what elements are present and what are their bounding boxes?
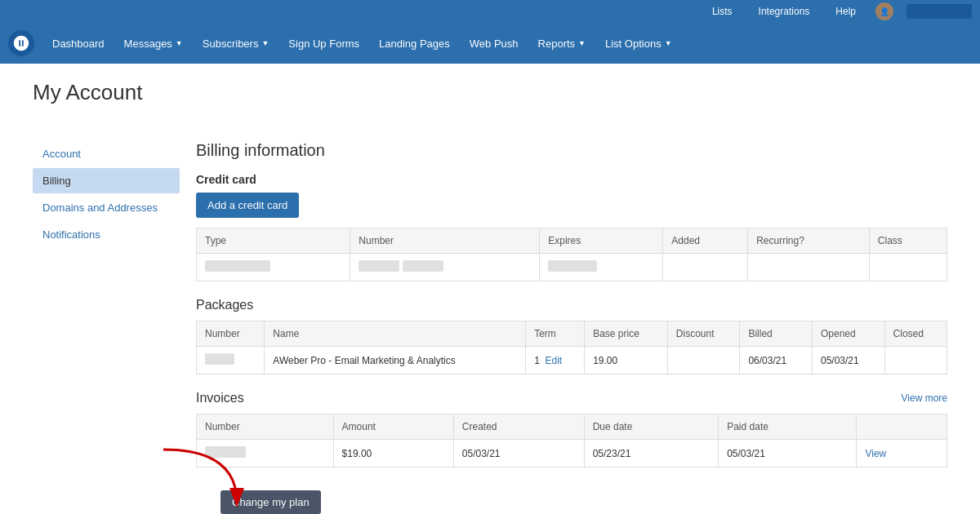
- cc-recurring-cell: [748, 254, 870, 281]
- col-type: Type: [197, 228, 350, 254]
- pkg-opened-cell: 05/03/21: [812, 347, 884, 374]
- messages-chevron: ▼: [176, 39, 183, 47]
- inv-col-number: Number: [197, 414, 334, 440]
- inv-due-date-cell: 05/23/21: [584, 440, 719, 467]
- cc-added-cell: [663, 254, 748, 281]
- pkg-price-cell: 19.00: [585, 347, 668, 374]
- packages-table: Number Name Term Base price Discount Bil…: [196, 321, 947, 374]
- sidebar-item-account[interactable]: Account: [33, 141, 180, 166]
- lists-link[interactable]: Lists: [706, 0, 739, 23]
- view-more-link[interactable]: View more: [902, 392, 947, 404]
- invoice-view-link[interactable]: View: [865, 448, 886, 459]
- nav-reports[interactable]: Reports▼: [528, 23, 595, 64]
- col-number: Number: [350, 228, 540, 254]
- inv-col-created: Created: [453, 414, 584, 440]
- table-row: [197, 254, 947, 281]
- integrations-link[interactable]: Integrations: [752, 0, 817, 23]
- nav-dashboard[interactable]: Dashboard: [42, 23, 114, 64]
- pkg-name-cell: AWeber Pro - Email Marketing & Analytics: [265, 347, 526, 374]
- col-class: Class: [869, 228, 947, 254]
- billing-section-title: Billing information: [196, 141, 947, 160]
- pkg-col-name: Name: [265, 321, 526, 347]
- main-nav: Dashboard Messages▼ Subscribers▼ Sign Up…: [0, 23, 980, 64]
- sidebar-item-notifications[interactable]: Notifications: [33, 222, 180, 247]
- inv-col-due-date: Due date: [584, 414, 719, 440]
- cc-class-cell: [869, 254, 947, 281]
- page-title: My Account: [0, 64, 980, 105]
- cc-number-cell: [350, 254, 540, 281]
- cc-type-placeholder: [205, 260, 270, 272]
- sidebar: Account Billing Domains and Addresses No…: [33, 141, 180, 514]
- pkg-col-term: Term: [526, 321, 585, 347]
- pkg-billed-cell: 06/03/21: [740, 347, 813, 374]
- list-options-chevron: ▼: [665, 39, 672, 47]
- inv-col-action: [857, 414, 947, 440]
- inv-col-amount: Amount: [333, 414, 453, 440]
- nav-list-options[interactable]: List Options▼: [595, 23, 682, 64]
- table-row: AWeber Pro - Email Marketing & Analytics…: [197, 347, 947, 374]
- inv-col-paid-date: Paid date: [719, 414, 857, 440]
- change-plan-button[interactable]: Change my plan: [220, 490, 321, 514]
- packages-label: Packages: [196, 298, 947, 312]
- cc-expires-placeholder: [548, 260, 597, 272]
- help-link[interactable]: Help: [829, 0, 862, 23]
- pkg-number-placeholder: [205, 353, 234, 365]
- cc-type-cell: [197, 254, 350, 281]
- table-row: $19.00 05/03/21 05/23/21 05/03/21 View: [197, 440, 947, 467]
- pkg-number-cell: [197, 347, 265, 374]
- inv-view-cell: View: [857, 440, 947, 467]
- inv-number-placeholder: [205, 446, 246, 458]
- invoices-table: Number Amount Created Due date Paid date…: [196, 414, 947, 467]
- content-area: Account Billing Domains and Addresses No…: [0, 125, 980, 514]
- username-display: [906, 4, 972, 19]
- pkg-term-cell: 1 Edit: [526, 347, 585, 374]
- add-credit-card-button[interactable]: Add a credit card: [196, 193, 299, 218]
- cc-expires-cell: [540, 254, 663, 281]
- nav-signup-forms[interactable]: Sign Up Forms: [278, 23, 369, 64]
- sidebar-item-billing[interactable]: Billing: [33, 168, 180, 193]
- pkg-col-billed: Billed: [740, 321, 813, 347]
- pkg-col-base-price: Base price: [585, 321, 668, 347]
- avatar: 👤: [875, 2, 893, 20]
- inv-number-cell: [197, 440, 334, 467]
- col-added: Added: [663, 228, 748, 254]
- pkg-col-discount: Discount: [667, 321, 740, 347]
- nav-web-push[interactable]: Web Push: [460, 23, 528, 64]
- pkg-edit-link[interactable]: Edit: [546, 355, 563, 366]
- pkg-col-number: Number: [197, 321, 265, 347]
- cc-num-p1: [359, 260, 399, 272]
- pkg-discount-cell: [667, 347, 740, 374]
- credit-card-label: Credit card: [196, 173, 947, 186]
- nav-subscribers[interactable]: Subscribers▼: [193, 23, 279, 64]
- pkg-closed-cell: [884, 347, 947, 374]
- sidebar-item-domains[interactable]: Domains and Addresses: [33, 195, 180, 220]
- reports-chevron: ▼: [578, 39, 586, 47]
- logo[interactable]: [8, 30, 34, 56]
- billing-content: Billing information Credit card Add a cr…: [180, 141, 947, 514]
- col-expires: Expires: [540, 228, 663, 254]
- nav-messages[interactable]: Messages▼: [114, 23, 193, 64]
- utility-bar: Lists Integrations Help 👤: [0, 0, 980, 23]
- credit-card-table: Type Number Expires Added Recurring? Cla…: [196, 228, 947, 281]
- invoices-label: Invoices: [196, 391, 244, 405]
- inv-amount-cell: $19.00: [333, 440, 453, 467]
- pkg-term-value: 1: [534, 355, 540, 366]
- change-plan-wrapper: Change my plan: [220, 490, 321, 514]
- col-recurring: Recurring?: [748, 228, 870, 254]
- pkg-col-opened: Opened: [812, 321, 884, 347]
- pkg-col-closed: Closed: [884, 321, 947, 347]
- cc-num-p2: [403, 260, 443, 272]
- subscribers-chevron: ▼: [261, 39, 269, 47]
- inv-paid-date-cell: 05/03/21: [719, 440, 857, 467]
- inv-created-cell: 05/03/21: [453, 440, 584, 467]
- invoices-header: Invoices View more: [196, 391, 947, 405]
- nav-landing-pages[interactable]: Landing Pages: [369, 23, 460, 64]
